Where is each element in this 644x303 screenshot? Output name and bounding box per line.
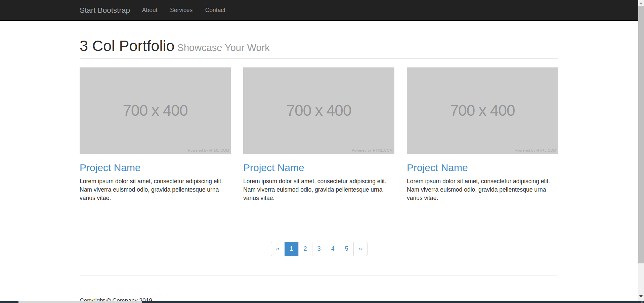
placeholder-watermark: Powered by HTML.COM: [515, 148, 556, 152]
nav-item-about: About: [136, 5, 164, 16]
horizontal-scrollbar[interactable]: [0, 301, 644, 303]
nav-link-about[interactable]: About: [136, 5, 164, 16]
placeholder-label: 700 x 400: [450, 101, 515, 119]
page-title: 3 Col PortfolioShowcase Your Work: [80, 38, 558, 54]
placeholder-label: 700 x 400: [123, 101, 187, 119]
project-card-3: 700 x 400 Powered by HTML.COM Project Na…: [407, 67, 558, 202]
placeholder-watermark: Powered by HTML.COM: [188, 148, 229, 152]
page-header: 3 Col PortfolioShowcase Your Work: [80, 38, 558, 59]
project-image-1[interactable]: 700 x 400 Powered by HTML.COM: [80, 67, 231, 154]
project-image-2[interactable]: 700 x 400 Powered by HTML.COM: [243, 67, 394, 154]
divider-above-pagination: [80, 225, 558, 225]
navbar-brand[interactable]: Start Bootstrap: [80, 6, 130, 15]
project-title-2: Project Name: [243, 162, 394, 173]
project-title-1: Project Name: [80, 162, 231, 173]
pagination-page-4-link[interactable]: 4: [326, 242, 340, 256]
horizontal-scrollbar-corner: [641, 301, 643, 303]
project-description-2: Lorem ipsum dolor sit amet, consectetur …: [243, 177, 394, 202]
pagination-page-4: 4: [326, 242, 340, 256]
main-container: 3 Col PortfolioShowcase Your Work 700 x …: [80, 38, 558, 303]
pagination-prev: «: [271, 242, 285, 256]
pagination-page-1-link[interactable]: 1: [285, 242, 299, 256]
placeholder-watermark: Powered by HTML.COM: [352, 148, 393, 152]
pagination-prev-link[interactable]: «: [271, 242, 285, 256]
navbar-nav: About Services Contact: [136, 5, 232, 16]
browser-viewport: Start Bootstrap About Services Contact 3…: [0, 0, 638, 303]
project-card-2: 700 x 400 Powered by HTML.COM Project Na…: [243, 67, 394, 202]
pagination-wrapper: « 1 2 3 4 5 »: [80, 242, 558, 256]
scroll-up-icon[interactable]: [639, 2, 643, 4]
project-card-1: 700 x 400 Powered by HTML.COM Project Na…: [80, 67, 231, 202]
horizontal-scrollbar-thumb[interactable]: [18, 301, 142, 303]
project-description-3: Lorem ipsum dolor sit amet, consectetur …: [407, 177, 558, 202]
scroll-down-icon[interactable]: [639, 295, 643, 298]
pagination-page-5: 5: [340, 242, 354, 256]
project-title-link-1[interactable]: Project Name: [80, 162, 141, 173]
pagination-next-link[interactable]: »: [353, 242, 368, 256]
placeholder-label: 700 x 400: [286, 101, 351, 119]
nav-link-contact[interactable]: Contact: [199, 5, 232, 16]
pagination-page-3-link[interactable]: 3: [312, 242, 326, 256]
project-title-3: Project Name: [407, 162, 558, 173]
vertical-scrollbar-thumb[interactable]: [638, 6, 644, 263]
projects-row: 700 x 400 Powered by HTML.COM Project Na…: [80, 67, 558, 202]
pagination-page-2-link[interactable]: 2: [298, 242, 312, 256]
project-title-link-3[interactable]: Project Name: [407, 162, 468, 173]
pagination-next: »: [354, 242, 368, 256]
project-title-link-2[interactable]: Project Name: [243, 162, 304, 173]
pagination: « 1 2 3 4 5 »: [271, 242, 368, 256]
pagination-page-3: 3: [312, 242, 326, 256]
pagination-page-5-link[interactable]: 5: [340, 242, 354, 256]
vertical-scrollbar[interactable]: [638, 0, 644, 303]
project-image-3[interactable]: 700 x 400 Powered by HTML.COM: [407, 67, 558, 154]
divider-above-footer: [80, 275, 558, 276]
project-description-1: Lorem ipsum dolor sit amet, consectetur …: [80, 177, 231, 202]
page-subtitle: Showcase Your Work: [175, 42, 270, 53]
nav-link-services[interactable]: Services: [164, 5, 199, 16]
nav-item-services: Services: [164, 5, 199, 16]
nav-item-contact: Contact: [199, 5, 232, 16]
pagination-page-2: 2: [299, 242, 312, 256]
navbar: Start Bootstrap About Services Contact: [0, 0, 638, 21]
pagination-page-1: 1: [285, 242, 299, 256]
